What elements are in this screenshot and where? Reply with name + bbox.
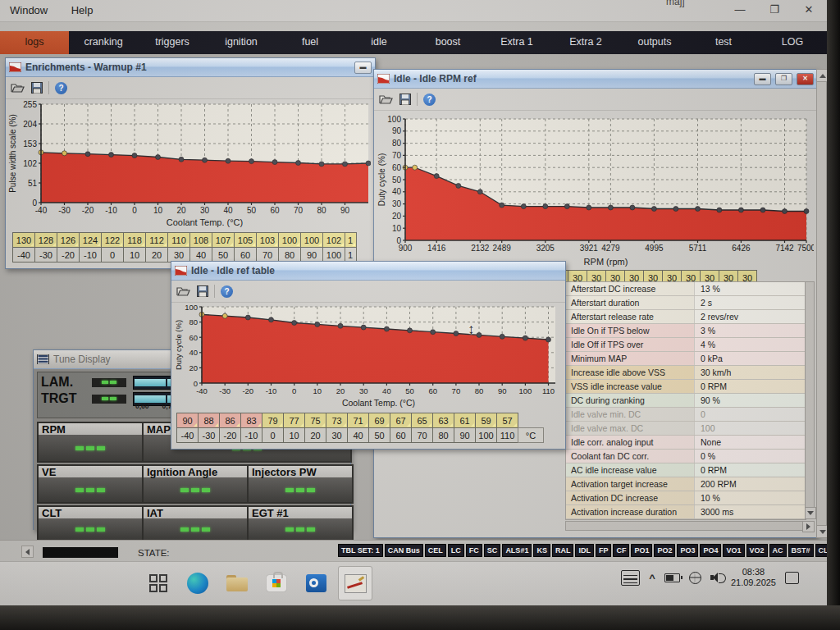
- enrichments-value-cell[interactable]: 1: [345, 232, 357, 248]
- idle-ref-value-cell[interactable]: 63: [432, 413, 454, 428]
- enrichments-temp-cell[interactable]: 10: [123, 247, 146, 262]
- minimize-icon[interactable]: ▬: [754, 73, 771, 85]
- enrichments-temp-cell[interactable]: 20: [145, 247, 168, 262]
- save-icon[interactable]: [197, 285, 208, 297]
- idle-ref-temp-cell[interactable]: -20: [219, 427, 241, 443]
- idle-ref-value-cell[interactable]: 77: [283, 413, 305, 428]
- enrichments-value-cell[interactable]: 130: [12, 232, 35, 248]
- enrichments-value-cell[interactable]: 108: [189, 232, 212, 248]
- menu-window[interactable]: Window: [0, 0, 57, 16]
- tab-fuel[interactable]: fuel: [276, 31, 345, 54]
- idle-rpm-chart[interactable]: 9001416213224893205392142794995571164267…: [377, 112, 814, 267]
- enrichments-value-cell[interactable]: 103: [256, 232, 279, 248]
- notification-center-icon[interactable]: [785, 572, 799, 584]
- enrichments-value-cell[interactable]: 112: [145, 232, 168, 248]
- setting-value[interactable]: 0 kPa: [694, 352, 806, 365]
- file-explorer-icon[interactable]: [220, 566, 254, 600]
- speaker-icon[interactable]: [710, 573, 722, 582]
- idle-ref-temp-cell[interactable]: °C: [518, 427, 544, 443]
- setting-value[interactable]: 2 s: [694, 296, 806, 309]
- vertical-scrollbar[interactable]: [805, 281, 815, 519]
- idle-ref-value-cell[interactable]: 57: [496, 413, 518, 428]
- horizontal-scrollbar[interactable]: [565, 521, 815, 531]
- setting-value[interactable]: 0: [694, 408, 806, 421]
- edge-icon[interactable]: [180, 566, 215, 600]
- setting-value[interactable]: 3000 ms: [694, 505, 806, 518]
- open-icon[interactable]: [379, 94, 394, 105]
- menu-help[interactable]: Help: [62, 0, 103, 16]
- maximize-icon[interactable]: ❐: [768, 3, 781, 16]
- mdi-vertical-scrollbar[interactable]: [816, 69, 827, 538]
- close-icon[interactable]: ✕: [797, 73, 814, 85]
- setting-value[interactable]: 0 RPM: [694, 380, 806, 393]
- idle-ref-value-cell[interactable]: 75: [304, 413, 326, 428]
- enrichments-value-cell[interactable]: 102: [322, 232, 345, 248]
- tab-extra-1[interactable]: Extra 1: [482, 31, 551, 54]
- tab-ignition[interactable]: ignition: [207, 31, 276, 54]
- news-icon[interactable]: [621, 570, 640, 586]
- idle-ref-value-cell[interactable]: 59: [475, 413, 497, 428]
- minimize-icon[interactable]: —: [733, 3, 746, 16]
- idle-ref-value-cell[interactable]: 88: [198, 413, 220, 428]
- idle-ref-temp-cell[interactable]: 100: [475, 427, 497, 443]
- idle-ref-value-cell[interactable]: 83: [240, 413, 262, 428]
- tab-boost[interactable]: boost: [413, 31, 482, 54]
- setting-value[interactable]: 0 RPM: [694, 463, 806, 477]
- setting-value[interactable]: 13 %: [694, 282, 806, 295]
- outlook-icon[interactable]: [299, 566, 333, 600]
- start-icon[interactable]: [141, 566, 176, 600]
- enrichments-value-cell[interactable]: 107: [212, 232, 235, 248]
- titlebar-idle-ref[interactable]: Idle - Idle ref table: [171, 262, 565, 281]
- taskbar-clock[interactable]: 08:38 21.09.2025: [731, 567, 776, 588]
- battery-icon[interactable]: [664, 573, 680, 582]
- setting-value[interactable]: None: [694, 436, 806, 449]
- idle-ref-value-cell[interactable]: 73: [326, 413, 348, 428]
- idle-ref-temp-cell[interactable]: 10: [283, 427, 305, 443]
- help-icon[interactable]: ?: [221, 285, 233, 298]
- idle-ref-value-cell[interactable]: 79: [262, 413, 284, 428]
- help-icon[interactable]: ?: [423, 94, 436, 106]
- enrichments-temp-cell[interactable]: 0: [101, 247, 124, 262]
- idle-ref-temp-cell[interactable]: -40: [176, 427, 199, 443]
- idle-ref-temp-cell[interactable]: -10: [240, 427, 262, 443]
- idle-ref-temp-cell[interactable]: 80: [432, 427, 454, 443]
- save-icon[interactable]: [31, 82, 43, 94]
- setting-value[interactable]: 4 %: [694, 338, 806, 351]
- help-icon[interactable]: ?: [55, 82, 67, 94]
- setting-value[interactable]: 2 revs/rev: [694, 310, 806, 323]
- open-icon[interactable]: [11, 82, 25, 94]
- enrichments-temp-cell[interactable]: -10: [79, 247, 102, 262]
- idle-ref-temp-cell[interactable]: 40: [347, 427, 369, 443]
- setting-value[interactable]: 3 %: [694, 324, 806, 337]
- idle-ref-value-cell[interactable]: 86: [219, 413, 241, 428]
- setting-value[interactable]: 90 %: [694, 394, 806, 407]
- tab-logs[interactable]: logs: [0, 31, 69, 54]
- tuning-app-icon[interactable]: [338, 566, 372, 600]
- tab-idle[interactable]: idle: [345, 31, 413, 54]
- maximize-icon[interactable]: ❐: [775, 73, 792, 85]
- enrichments-value-cell[interactable]: 124: [79, 232, 102, 248]
- idle-ref-temp-cell[interactable]: 60: [390, 427, 412, 443]
- tab-test[interactable]: test: [689, 31, 758, 54]
- idle-ref-value-cell[interactable]: 90: [176, 413, 199, 428]
- titlebar-enrichments[interactable]: Enrichments - Warmup #1 ▬: [6, 58, 375, 77]
- idle-ref-temp-cell[interactable]: 110: [496, 427, 518, 443]
- warmup-enrichment-chart[interactable]: -40-30-20-100102030405060708090051102153…: [8, 99, 371, 227]
- open-icon[interactable]: [176, 285, 191, 297]
- idle-ref-temp-cell[interactable]: 0: [262, 427, 284, 443]
- chevron-up-icon[interactable]: ^: [649, 572, 655, 584]
- idle-ref-value-cell[interactable]: 71: [347, 413, 369, 428]
- setting-value[interactable]: 200 RPM: [694, 477, 806, 491]
- setting-value[interactable]: 100: [694, 422, 806, 435]
- enrichments-temp-cell[interactable]: -40: [12, 247, 35, 262]
- enrichments-temp-cell[interactable]: -30: [34, 247, 57, 262]
- tab-triggers[interactable]: triggers: [138, 31, 207, 54]
- enrichments-value-cell[interactable]: 122: [101, 232, 124, 248]
- idle-ref-temp-cell[interactable]: 30: [326, 427, 348, 443]
- idle-ref-temp-cell[interactable]: 20: [304, 427, 326, 443]
- idle-ref-temp-cell[interactable]: 90: [454, 427, 476, 443]
- enrichments-value-cell[interactable]: 126: [57, 232, 80, 248]
- tab-outputs[interactable]: outputs: [620, 31, 689, 54]
- idle-ref-temp-cell[interactable]: -30: [198, 427, 220, 443]
- idle-ref-value-cell[interactable]: 61: [454, 413, 476, 428]
